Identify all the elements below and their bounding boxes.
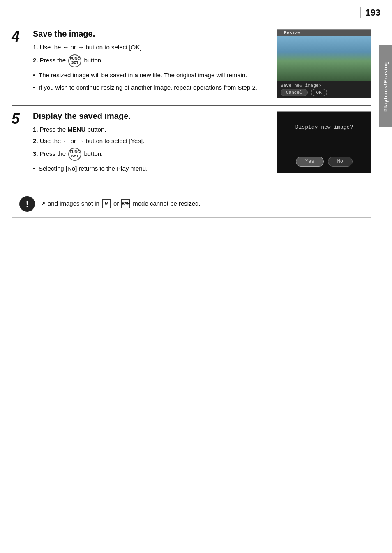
step-4-instr1-text-before: Use the [40,44,61,51]
step-5-content: Display the saved image. 1. Press the ME… [33,111,277,175]
arrow-left-icon-2: ← [63,137,69,144]
screenshot-top-label: Resize [284,30,300,35]
note-text2: or [113,199,119,208]
step-4-note-2: If you wish to continue resizing of anot… [33,83,273,93]
display-btn-row: Yes No [284,157,365,167]
no-cam-btn: No [328,157,353,167]
bottom-note-box: ! ↗ and images shot in W or RAW mode can… [12,190,371,218]
screenshot-save-image: ⊡ Resize Save new image? Cancel OK [277,29,371,98]
step-4-instr2-text-before: Press the [40,56,66,63]
screenshot-top-bar: ⊡ Resize [277,30,371,36]
func-set-button-2: FUNC SET [68,148,81,161]
step-5-instruction-1: 1. Press the MENU button. [33,125,273,134]
step-5-instr3-text-after: button. [84,150,103,157]
step-4-number: 4 [12,29,33,98]
func-set-button-1: FUNC SET [68,54,81,67]
step-4-block: 4 Save the image. 1. Use the ← or → butt… [12,23,371,105]
arrow-right-icon-1: → [78,44,84,51]
stitch-mode-icon: ↗ [41,200,45,208]
step-5-instr2-connector: or [71,137,76,144]
func-line2-2: SET [71,154,78,158]
raw-mode-icon: RAW [121,199,130,208]
yes-cam-btn: Yes [296,157,324,167]
sidebar-label: Playback/Erasing [379,45,392,127]
step-5-title: Display the saved image. [33,111,273,121]
step-4-instr2-text-after: button. [84,56,103,63]
step-5-number: 5 [12,111,33,175]
step-5-instr1-num: 1. [33,126,38,133]
w-mode-icon: W [102,199,111,208]
step-4-instr1-connector: or [71,44,76,51]
step-4-instr2-num: 2. [33,56,38,63]
step-5-instr3-num: 3. [33,150,38,157]
step-5-instr2-text-before: Use the [40,137,61,144]
step-5-instr3-text-before: Press the [40,150,66,157]
screenshot-bottom-bar: Save new image? Cancel OK [277,81,371,98]
step-5-instr1-bold: MENU [67,126,85,133]
screenshot-display-image: Display new image? Yes No [277,111,371,173]
step-5-screenshot: Display new image? Yes No [277,111,371,175]
step-5-block: 5 Display the saved image. 1. Press the … [12,105,371,182]
cancel-cam-btn: Cancel [281,89,308,96]
note-warning-icon: ! [19,196,35,212]
photo-area-inner [277,36,371,81]
step-4-title: Save the image. [33,29,273,39]
step-4-screenshot: ⊡ Resize Save new image? Cancel OK [277,29,371,98]
step-5-instr2-text-after: button to select [Yes]. [85,137,144,144]
page-number: 193 [360,7,380,18]
step-5-note-1: Selecting [No] returns to the Play menu. [33,164,273,174]
screenshot-photo-area [277,36,371,81]
func-line2: SET [71,61,78,65]
step-4-instruction-1: 1. Use the ← or → button to select [OK]. [33,43,273,52]
step-4-instr1-num: 1. [33,44,38,51]
main-content: 4 Save the image. 1. Use the ← or → butt… [12,23,371,218]
step-5-instr2-num: 2. [33,137,38,144]
step-4-content: Save the image. 1. Use the ← or → button… [33,29,277,98]
display-new-image-text: Display new image? [284,124,365,130]
resize-icon: ⊡ [280,30,282,35]
step-5-instruction-2: 2. Use the ← or → button to select [Yes]… [33,137,273,146]
step-5-instr1-text: Press the [40,126,66,133]
step-4-note-1: The resized image will be saved in a new… [33,71,273,80]
step-5-instr1-text-after: button. [88,126,106,133]
ok-cam-btn: OK [311,89,327,96]
save-new-image-text: Save new image? [281,83,327,88]
arrow-right-icon-2: → [78,137,84,144]
save-btn-row: Cancel OK [281,89,327,96]
note-text-content: ↗ and images shot in W or RAW mode canno… [41,199,364,208]
step-4-instruction-2: 2. Press the FUNC SET button. [33,54,273,67]
step-4-instr1-text-after: button to select [OK]. [85,44,143,51]
arrow-left-icon-1: ← [63,44,69,51]
note-text1: and images shot in [48,199,99,208]
note-text3: mode cannot be resized. [133,199,200,208]
step-5-instruction-3: 3. Press the FUNC SET button. [33,148,273,161]
